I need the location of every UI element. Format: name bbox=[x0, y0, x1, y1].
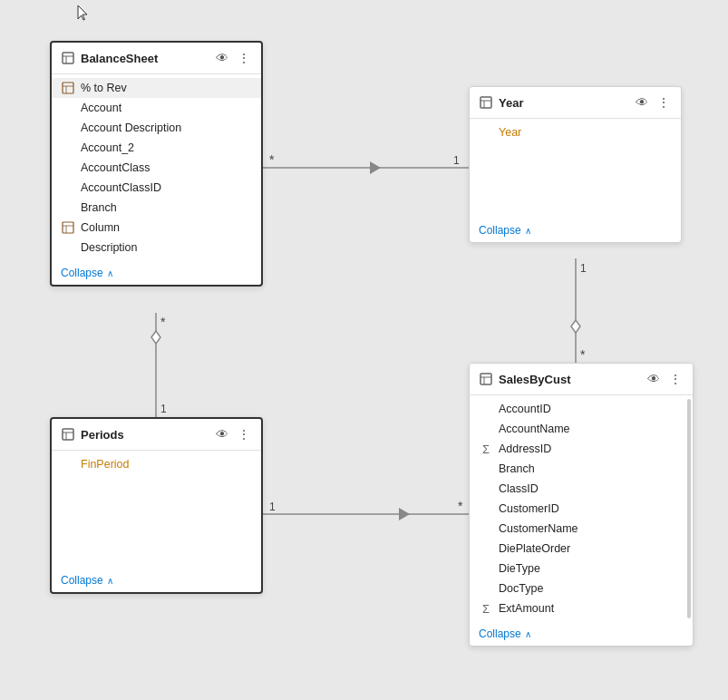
field-icon-account bbox=[61, 101, 75, 115]
conn-label-bs-year-many: * bbox=[269, 152, 275, 167]
field-row-addressid[interactable]: Σ AddressID bbox=[470, 439, 693, 459]
year-eye-icon[interactable]: 👁 bbox=[634, 94, 650, 111]
table-balancesheet[interactable]: BalanceSheet 👁 ⋮ % to Rev Account Accoun… bbox=[50, 41, 263, 287]
field-name-accountname: AccountName bbox=[499, 423, 570, 435]
periods-body: FinPeriod bbox=[52, 451, 261, 569]
field-name-finperiod: FinPeriod bbox=[81, 458, 130, 471]
salesbycust-collapse[interactable]: Collapse ∧ bbox=[470, 622, 693, 646]
diagram-canvas[interactable]: * 1 * 1 1 * 1 * bbox=[0, 0, 728, 700]
balancesheet-more-icon[interactable]: ⋮ bbox=[236, 50, 252, 66]
field-row-finperiod[interactable]: FinPeriod bbox=[52, 454, 261, 474]
balancesheet-eye-icon[interactable]: 👁 bbox=[214, 50, 230, 66]
field-row-dieplateorder[interactable]: DiePlateOrder bbox=[470, 539, 693, 559]
table-icon-balancesheet bbox=[61, 51, 75, 65]
field-icon-branch-bs bbox=[61, 200, 75, 215]
field-name-account-desc: Account Description bbox=[81, 122, 181, 134]
table-icon-salesbycust bbox=[479, 372, 493, 386]
conn-label-bs-periods-many: * bbox=[160, 315, 166, 329]
table-header-balancesheet: BalanceSheet 👁 ⋮ bbox=[52, 43, 261, 74]
year-title: Year bbox=[499, 96, 634, 110]
table-header-periods: Periods 👁 ⋮ bbox=[52, 419, 261, 451]
field-name-doctype: DocType bbox=[499, 582, 543, 595]
field-icon-pct-rev bbox=[61, 81, 75, 95]
periods-more-icon[interactable]: ⋮ bbox=[236, 426, 252, 442]
cursor bbox=[77, 5, 86, 19]
field-icon-accountname bbox=[479, 422, 493, 436]
balancesheet-body: % to Rev Account Account Description Acc… bbox=[52, 74, 261, 261]
field-row-accountname[interactable]: AccountName bbox=[470, 419, 693, 439]
field-name-accountid: AccountID bbox=[499, 403, 551, 415]
field-row-accountclass[interactable]: AccountClass bbox=[52, 158, 261, 178]
field-name-account2: Account_2 bbox=[81, 141, 134, 154]
field-row-classid[interactable]: ClassID bbox=[470, 479, 693, 499]
table-salesbycust[interactable]: SalesByCust 👁 ⋮ AccountID AccountName Σ … bbox=[469, 363, 694, 647]
year-collapse[interactable]: Collapse ∧ bbox=[470, 219, 681, 242]
field-icon-customerid bbox=[479, 501, 493, 516]
field-row-account[interactable]: Account bbox=[52, 98, 261, 118]
conn-label-periods-sales-one: 1 bbox=[269, 501, 276, 513]
field-row-customerid[interactable]: CustomerID bbox=[470, 499, 693, 519]
table-periods[interactable]: Periods 👁 ⋮ FinPeriod Collapse ∧ bbox=[50, 417, 263, 594]
periods-collapse[interactable]: Collapse ∧ bbox=[52, 569, 261, 592]
conn-label-bs-year-one: 1 bbox=[453, 154, 460, 167]
field-row-extamount[interactable]: Σ ExtAmount bbox=[470, 598, 693, 618]
salesbycust-body: AccountID AccountName Σ AddressID Branch… bbox=[470, 395, 693, 622]
periods-actions: 👁 ⋮ bbox=[214, 426, 252, 442]
field-icon-doctype bbox=[479, 581, 493, 596]
periods-eye-icon[interactable]: 👁 bbox=[214, 426, 230, 442]
salesbycust-eye-icon[interactable]: 👁 bbox=[645, 371, 662, 387]
field-row-description[interactable]: Description bbox=[52, 238, 261, 258]
field-row-account-desc[interactable]: Account Description bbox=[52, 118, 261, 138]
field-icon-addressid: Σ bbox=[479, 442, 493, 456]
field-name-description: Description bbox=[81, 241, 138, 254]
field-name-column: Column bbox=[81, 221, 120, 234]
field-name-customerid: CustomerID bbox=[499, 502, 559, 515]
salesbycust-more-icon[interactable]: ⋮ bbox=[667, 371, 684, 387]
field-name-year: Year bbox=[499, 126, 521, 139]
field-name-accountclass: AccountClass bbox=[81, 161, 150, 174]
field-row-account2[interactable]: Account_2 bbox=[52, 138, 261, 158]
field-row-customername[interactable]: CustomerName bbox=[470, 519, 693, 539]
field-icon-accountclassid bbox=[61, 180, 75, 195]
conn-diamond-year bbox=[571, 320, 580, 333]
field-name-addressid: AddressID bbox=[499, 442, 551, 455]
field-row-accountclassid[interactable]: AccountClassID bbox=[52, 178, 261, 198]
periods-title: Periods bbox=[81, 428, 214, 442]
field-icon-year bbox=[479, 125, 493, 140]
field-row-branch-sbc[interactable]: Branch bbox=[470, 459, 693, 479]
conn-label-year-sales-many: * bbox=[580, 347, 586, 362]
field-name-account: Account bbox=[81, 102, 121, 114]
svg-rect-19 bbox=[63, 429, 73, 440]
field-row-doctype[interactable]: DocType bbox=[470, 578, 693, 598]
field-icon-customername bbox=[479, 521, 493, 536]
year-more-icon[interactable]: ⋮ bbox=[655, 94, 672, 111]
field-row-dietype[interactable]: DieType bbox=[470, 559, 693, 578]
field-icon-branch-sbc bbox=[479, 462, 493, 476]
conn-arrow-periods-sales bbox=[399, 508, 410, 520]
field-name-dieplateorder: DiePlateOrder bbox=[499, 542, 570, 555]
field-row-pct-rev[interactable]: % to Rev bbox=[52, 78, 261, 98]
field-row-accountid[interactable]: AccountID bbox=[470, 399, 693, 419]
field-name-classid: ClassID bbox=[499, 482, 539, 495]
year-body: Year bbox=[470, 119, 681, 219]
svg-rect-4 bbox=[63, 53, 73, 63]
table-year[interactable]: Year 👁 ⋮ Year Collapse ∧ bbox=[469, 86, 682, 243]
conn-label-bs-periods-one: 1 bbox=[160, 403, 167, 415]
field-row-column[interactable]: Column bbox=[52, 218, 261, 238]
field-name-customername: CustomerName bbox=[499, 522, 578, 535]
table-header-year: Year 👁 ⋮ bbox=[470, 87, 681, 119]
balancesheet-collapse[interactable]: Collapse ∧ bbox=[52, 261, 261, 285]
svg-rect-10 bbox=[63, 222, 73, 233]
svg-rect-16 bbox=[480, 374, 491, 384]
field-name-dietype: DieType bbox=[499, 562, 540, 575]
field-icon-account-desc bbox=[61, 121, 75, 135]
field-row-year[interactable]: Year bbox=[470, 122, 681, 142]
field-name-branch-bs: Branch bbox=[81, 201, 117, 214]
salesbycust-scrollbar[interactable] bbox=[687, 399, 691, 618]
conn-diamond-bs bbox=[151, 331, 160, 344]
year-actions: 👁 ⋮ bbox=[634, 94, 672, 111]
salesbycust-title: SalesByCust bbox=[499, 373, 645, 386]
field-icon-dietype bbox=[479, 561, 493, 576]
field-row-branch-bs[interactable]: Branch bbox=[52, 198, 261, 218]
svg-rect-7 bbox=[63, 83, 73, 93]
